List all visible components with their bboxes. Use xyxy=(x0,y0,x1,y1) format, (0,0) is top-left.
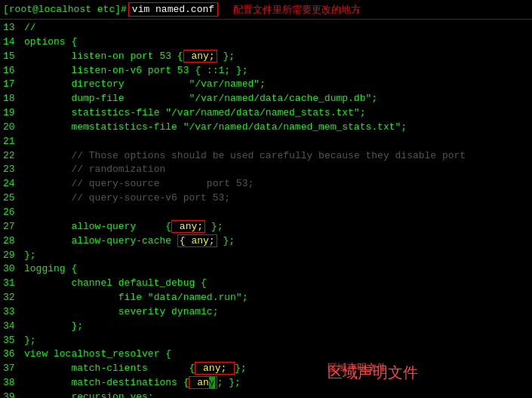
code-line: 34 }; xyxy=(3,320,529,334)
command-box: vim named.conf xyxy=(128,2,218,17)
code-line: 36view localhost_resolver { xyxy=(3,347,529,362)
code-line: 31 channel default_debug { xyxy=(3,277,529,291)
highlight-any-38: any xyxy=(189,376,217,389)
code-line: 18 dump-file "/var/named/data/cache_dump… xyxy=(3,92,529,106)
code-line: 20 memstatistics-file "/var/named/data/n… xyxy=(3,121,529,135)
code-line: 15 listen-on port 53 { any; }; xyxy=(3,50,529,64)
highlight-any-28: { any; xyxy=(177,234,217,247)
code-line: 25 // query-source-v6 port 53; xyxy=(3,191,529,206)
highlight-any-37: any; xyxy=(195,362,235,375)
code-line: 38 match-destinations { any; }; 区域声明文件 xyxy=(3,376,529,390)
code-line: 13// xyxy=(3,21,529,35)
highlight-any-27: any; xyxy=(171,220,205,233)
code-line: 35}; xyxy=(3,334,529,348)
code-line: 24 // query-source port 53; xyxy=(3,177,529,191)
code-line: 32 file "data/named.run"; xyxy=(3,291,529,305)
code-area: 13// 14options { 15 listen-on port 53 { … xyxy=(0,20,532,398)
code-line: 17 directory "/var/named"; xyxy=(3,78,529,92)
code-line: 30logging { xyxy=(3,262,529,277)
code-line: 37 match-clients { any; }; 区域声明文件 xyxy=(3,362,529,376)
code-line: 14options { xyxy=(3,35,529,50)
code-line: 27 allow-query { any; }; xyxy=(3,220,529,234)
code-line: 28 allow-query-cache { any; }; xyxy=(3,234,529,249)
code-line: 29}; xyxy=(3,249,529,263)
code-line: 22 // Those options should be used caref… xyxy=(3,149,529,164)
annotation-right-text: 区域声明文件 xyxy=(328,363,418,384)
code-line: 39 recursion yes; xyxy=(3,390,529,398)
terminal: [root@localhost etc]# vim named.conf 配置文… xyxy=(0,0,532,398)
code-line: 19 statistics-file "/var/named/data/name… xyxy=(3,106,529,121)
code-line: 21 xyxy=(3,135,529,149)
code-line: 23 // randomization xyxy=(3,163,529,177)
code-line: 16 listen-on-v6 port 53 { ::1; }; xyxy=(3,64,529,78)
code-line: 33 severity dynamic; xyxy=(3,305,529,320)
top-annotation: 配置文件里所需要更改的地方 xyxy=(233,3,361,17)
code-line: 26 xyxy=(3,206,529,220)
highlight-any-15: any; xyxy=(183,50,217,63)
top-bar: [root@localhost etc]# vim named.conf 配置文… xyxy=(0,0,532,20)
prompt: [root@localhost etc]# xyxy=(3,4,127,15)
